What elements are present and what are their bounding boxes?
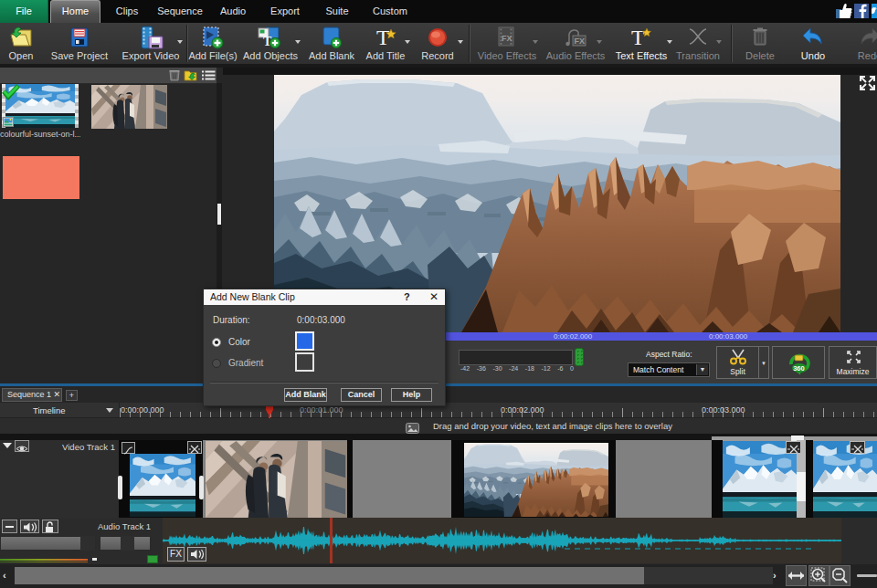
svg-text:T: T [631,26,645,49]
svg-text:FX: FX [502,34,512,43]
svg-text:360: 360 [793,364,805,373]
svg-text:FX: FX [575,37,586,46]
